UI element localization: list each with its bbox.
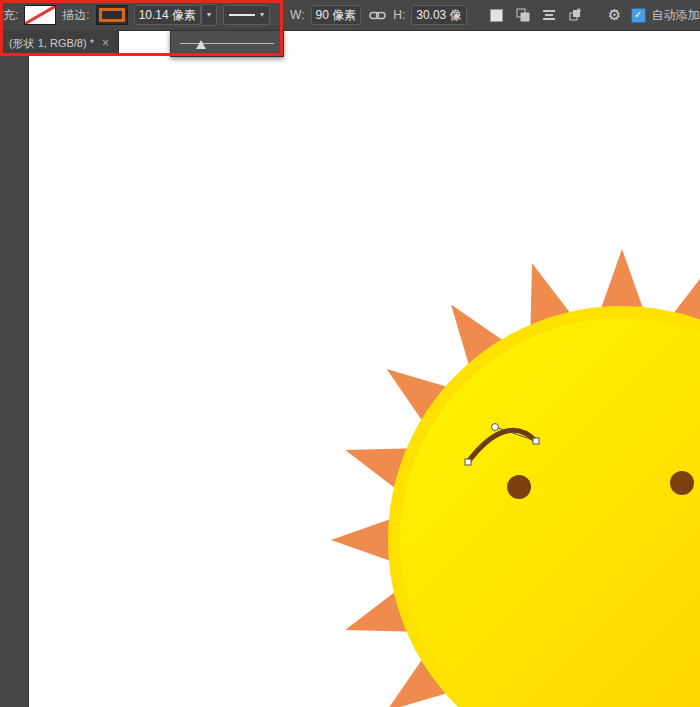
sun-body — [394, 312, 700, 707]
gear-icon: ⚙ — [608, 6, 621, 24]
checkmark-icon: ✓ — [634, 10, 642, 20]
photoshop-window: 充: 描边: 10.14 像素 ▾ ▾ W: 90 像素 H: 30.03 像 — [0, 0, 700, 707]
shape-width-input[interactable]: 90 像素 — [311, 5, 362, 25]
document-tab[interactable]: (形状 1, RGB/8) * × — [0, 30, 119, 56]
width-label: W: — [290, 8, 304, 22]
sun-eye — [670, 471, 694, 495]
stroke-color-swatch[interactable] — [96, 5, 128, 25]
stroke-color-ring-icon — [99, 8, 125, 22]
stroke-type-dropdown[interactable]: ▾ — [223, 5, 270, 25]
link-dimensions-button[interactable] — [367, 4, 387, 26]
pen-anchor-point[interactable] — [533, 438, 539, 444]
link-icon — [369, 10, 386, 21]
auto-add-delete-label: 自动添加/删除 — [652, 7, 700, 24]
auto-add-delete-checkbox[interactable]: ✓ — [631, 8, 646, 23]
path-alignment-button[interactable] — [539, 4, 559, 26]
path-alignment-icon — [542, 9, 556, 21]
chevron-down-icon: ▾ — [260, 11, 264, 19]
height-label: H: — [393, 8, 405, 22]
no-color-diagonal-icon — [24, 5, 56, 25]
fill-label: 充: — [3, 7, 18, 24]
shape-mode-button[interactable] — [487, 4, 507, 26]
sun-eye — [507, 475, 531, 499]
stroke-width-slider-popup — [170, 30, 284, 57]
pen-anchor-point[interactable] — [465, 459, 471, 465]
fill-color-swatch[interactable] — [24, 5, 56, 25]
pen-options-gear-button[interactable]: ⚙ — [605, 4, 625, 26]
stroke-width-dropdown-button[interactable]: ▾ — [201, 4, 217, 26]
shape-height-input[interactable]: 30.03 像 — [411, 5, 466, 25]
slider-track[interactable] — [180, 43, 274, 44]
chevron-down-icon: ▾ — [207, 11, 211, 19]
stroke-width-input[interactable]: 10.14 像素 — [134, 5, 201, 25]
document-tab-title: (形状 1, RGB/8) * — [9, 36, 94, 51]
options-bar: 充: 描边: 10.14 像素 ▾ ▾ W: 90 像素 H: 30.03 像 — [0, 0, 700, 31]
path-operations-icon — [516, 8, 530, 22]
canvas[interactable] — [28, 56, 700, 707]
solid-line-sample-icon — [229, 14, 255, 16]
slider-handle[interactable] — [196, 40, 206, 49]
stroke-label: 描边: — [62, 7, 89, 24]
path-arrangement-icon — [568, 8, 582, 22]
shape-square-icon — [490, 9, 503, 22]
tools-panel-edge — [0, 56, 29, 707]
path-arrangement-button[interactable] — [565, 4, 585, 26]
path-operations-button[interactable] — [513, 4, 533, 26]
pen-direction-handle[interactable] — [492, 424, 499, 431]
close-icon[interactable]: × — [102, 36, 109, 50]
